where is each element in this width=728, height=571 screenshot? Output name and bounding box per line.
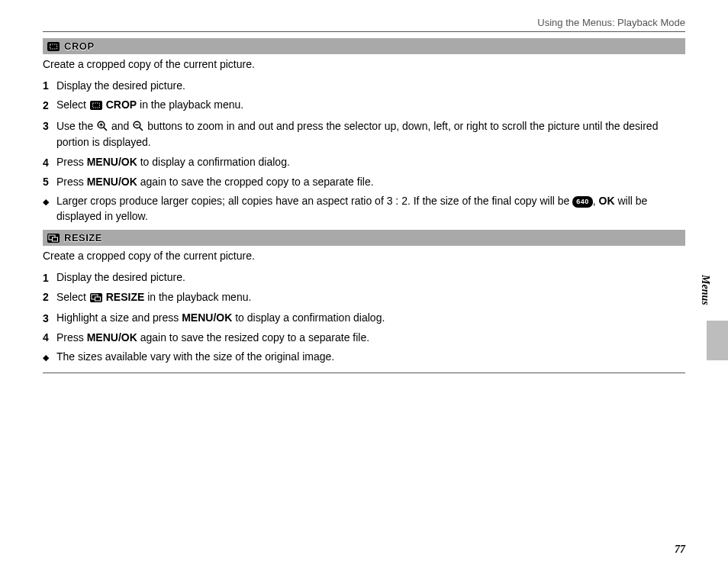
crop-step-1: Display the desired picture. [56,79,685,94]
section-title-crop: CROP [64,40,95,52]
top-rule [43,31,685,32]
crop-icon [47,42,60,51]
resize-note: ◆ The sizes available vary with the size… [43,350,685,365]
side-tab-menus: Menus [699,275,711,305]
resize-step-4: Press MENU/OK again to save the resized … [56,331,685,346]
resize-intro: Create a cropped copy of the current pic… [43,249,685,264]
svg-line-5 [104,127,107,130]
running-head: Using the Menus: Playback Mode [43,17,685,28]
crop-step-5: Press MENU/OK again to save the cropped … [56,175,685,190]
page-number: 77 [675,544,685,556]
svg-rect-13 [53,237,58,241]
resize-icon [47,234,60,243]
manual-page: Using the Menus: Playback Mode CROP Crea… [0,0,728,571]
svg-rect-0 [47,42,60,51]
zoom-in-icon [97,121,108,136]
crop-step-2: Select CROP in the playback menu. [56,98,685,115]
resize-steps: Display the desired picture. Select RESI… [43,270,685,345]
svg-line-9 [140,127,143,130]
side-thumb-tab [707,321,728,360]
note-bullet-icon: ◆ [43,350,56,363]
zoom-out-icon [133,121,143,136]
resize-icon [90,292,102,307]
resize-step-2: Select RESIZE in the playback menu. [56,290,685,307]
resize-step-3: Highlight a size and press MENU/OK to di… [56,311,685,326]
crop-note: ◆ Larger crops produce larger copies; al… [43,194,685,224]
section-bar-crop: CROP [43,38,685,54]
crop-intro: Create a cropped copy of the current pic… [43,57,685,73]
resize-step-1: Display the desired picture. [56,270,685,286]
crop-step-4: Press MENU/OK to display a confirmation … [56,155,685,170]
crop-steps: Display the desired picture. Select CROP… [43,79,685,190]
crop-step-3: Use the and buttons to zoom in and out a… [56,119,685,150]
svg-rect-16 [95,297,100,301]
section-title-resize: RESIZE [64,232,102,244]
section-bar-resize: RESIZE [43,230,685,246]
note-bullet-icon: ◆ [43,194,56,208]
crop-icon [90,99,102,115]
svg-rect-2 [90,101,102,110]
size-640-badge: 640 [572,196,593,208]
bottom-rule [43,373,685,373]
